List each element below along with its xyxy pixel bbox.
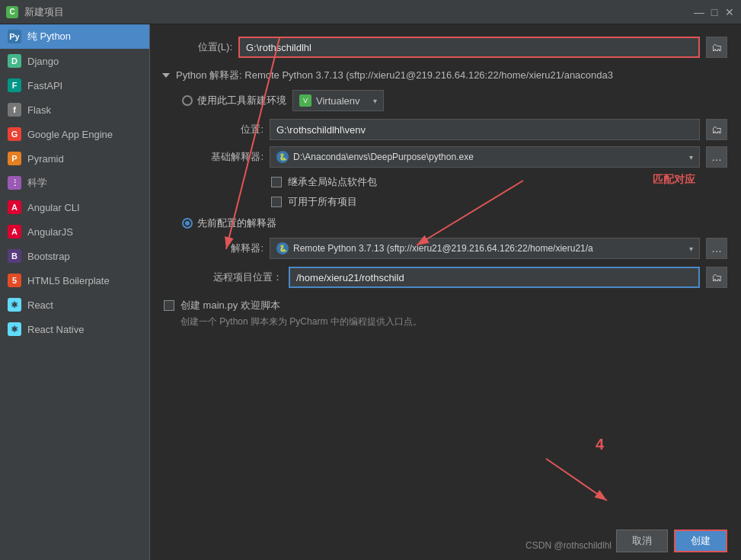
available-check-label: 可用于所有项目 (288, 195, 357, 209)
pyramid-icon: P (8, 152, 21, 165)
sidebar-item-label: 科学 (27, 176, 47, 190)
minimize-button[interactable]: — (694, 7, 704, 18)
sidebar-item-label: Bootstrap (27, 251, 70, 262)
title-bar: C 新建项目 — □ ✕ (0, 0, 741, 24)
venv-dropdown[interactable]: V Virtualenv ▾ (292, 90, 384, 111)
remote-location-label: 远程项目位置： (206, 270, 283, 284)
location-sub-label: 位置: (206, 123, 264, 136)
remote-location-folder-button[interactable]: 🗂 (706, 267, 727, 288)
svg-line-5 (546, 459, 607, 501)
collapse-icon[interactable] (162, 73, 170, 78)
reactnative-icon: ⚛ (8, 322, 21, 336)
sidebar-item-google-app-engine[interactable]: GGoogle App Engine (0, 122, 149, 146)
create-main-desc: 创建一个 Python 脚本来为 PyCharm 中的编程提供入口点。 (180, 316, 422, 327)
window-title: 新建项目 (24, 5, 64, 19)
new-env-label: 使用此工具新建环境 (197, 94, 286, 107)
sidebar-item-flask[interactable]: fFlask (0, 98, 149, 122)
react-icon: ⚛ (8, 298, 21, 312)
sidebar-item-html5-boilerplate[interactable]: 5HTML5 Boilerplate (0, 268, 149, 293)
venv-folder-button[interactable]: 🗂 (706, 119, 727, 140)
sidebar-item-label: React Native (27, 324, 84, 335)
interpreter-dropdown[interactable]: 🐍 Remote Python 3.7.13 (sftp://xieru21@2… (270, 238, 700, 259)
sidebar-item-label: Django (27, 56, 59, 67)
sidebar-item-react[interactable]: ⚛React (0, 293, 149, 317)
sidebar-item-science[interactable]: ⋮科学 (0, 171, 149, 195)
location-input[interactable] (238, 37, 700, 58)
base-interpreter-label: 基础解释器: (206, 150, 264, 164)
remote-location-input[interactable] (289, 267, 700, 288)
google-icon: G (8, 127, 21, 141)
base-interp-icon: 🐍 (276, 151, 289, 163)
content-area: 位置(L): 🗂 Python 解释器: Remote Python 3.7.1… (150, 24, 741, 560)
remote-interp-icon: 🐍 (276, 242, 289, 254)
angular-icon: A (8, 200, 21, 214)
sidebar-item-fastapi[interactable]: FFastAPI (0, 73, 149, 98)
python-icon: Py (8, 30, 21, 43)
interpreter-more-button[interactable]: … (706, 238, 727, 259)
preconfigured-radio[interactable]: 先前配置的解释器 (182, 216, 276, 230)
sidebar-item-label: Flask (27, 104, 51, 116)
interpreter-section-label: Python 解释器: Remote Python 3.7.13 (sftp:/… (176, 69, 613, 82)
preconfigured-label: 先前配置的解释器 (197, 216, 276, 230)
virtualenv-icon: V (299, 94, 311, 107)
create-main-label: 创建 main.py 欢迎脚本 (180, 299, 280, 312)
close-button[interactable]: ✕ (724, 7, 735, 18)
fastapi-icon: F (8, 78, 21, 92)
sidebar-item-label: HTML5 Boilerplate (27, 275, 110, 286)
available-checkbox[interactable] (271, 197, 282, 207)
maximize-button[interactable]: □ (709, 7, 720, 18)
chevron-down-icon: ▾ (373, 97, 377, 105)
interpreter-label: 解释器: (206, 242, 264, 255)
venv-location-input[interactable] (270, 119, 700, 140)
sidebar-item-label: Google App Engine (27, 129, 113, 140)
app-icon: C (6, 6, 18, 18)
sidebar-item-angular-cli[interactable]: AAngular CLI (0, 195, 149, 219)
sidebar: Py纯 PythonDDjangoFFastAPIfFlaskGGoogle A… (0, 24, 150, 560)
html5-icon: 5 (8, 274, 21, 287)
interp-chevron-icon: ▾ (689, 245, 693, 253)
location-folder-button[interactable]: 🗂 (706, 37, 727, 58)
science-icon: ⋮ (8, 176, 21, 190)
base-interp-more-button[interactable]: … (706, 146, 727, 168)
create-main-checkbox[interactable] (164, 300, 174, 311)
annotation-match: 匹配对应 (653, 173, 695, 187)
sidebar-item-label: FastAPI (27, 80, 62, 91)
base-interp-value: D:\Anaconda\envs\DeepPurpose\python.exe (293, 152, 685, 162)
sidebar-item-label: 纯 Python (27, 30, 71, 43)
watermark-text: CSDN @rothschildlhl (525, 540, 612, 551)
sidebar-item-bootstrap[interactable]: BBootstrap (0, 244, 149, 268)
create-button[interactable]: 创建 (674, 530, 727, 552)
sidebar-item-django[interactable]: DDjango (0, 49, 149, 73)
new-env-radio[interactable]: 使用此工具新建环境 (182, 94, 286, 107)
sidebar-item-pyramid[interactable]: PPyramid (0, 146, 149, 171)
bootstrap-icon: B (8, 249, 21, 263)
sidebar-item-label: AngularJS (27, 226, 73, 238)
sidebar-item-angularjs[interactable]: AAngularJS (0, 219, 149, 244)
angularjs-icon: A (8, 225, 21, 238)
annotation-number: 4 (596, 436, 604, 453)
sidebar-item-label: Pyramid (27, 153, 64, 165)
flask-icon: f (8, 103, 21, 117)
sidebar-item-pure-python[interactable]: Py纯 Python (0, 24, 149, 49)
sidebar-item-react-native[interactable]: ⚛React Native (0, 317, 149, 341)
django-icon: D (8, 54, 21, 68)
base-interp-chevron-icon: ▾ (689, 153, 693, 162)
sidebar-item-label: React (27, 299, 53, 311)
location-label: 位置(L): (164, 40, 232, 54)
inherit-checkbox[interactable] (271, 177, 282, 187)
base-interpreter-dropdown[interactable]: 🐍 D:\Anaconda\envs\DeepPurpose\python.ex… (270, 146, 700, 168)
interpreter-value: Remote Python 3.7.13 (sftp://xieru21@219… (293, 243, 685, 254)
venv-label: Virtualenv (316, 95, 360, 107)
inherit-check-label: 继承全局站点软件包 (288, 175, 377, 189)
sidebar-item-label: Angular CLI (27, 202, 80, 213)
cancel-button[interactable]: 取消 (616, 530, 668, 552)
